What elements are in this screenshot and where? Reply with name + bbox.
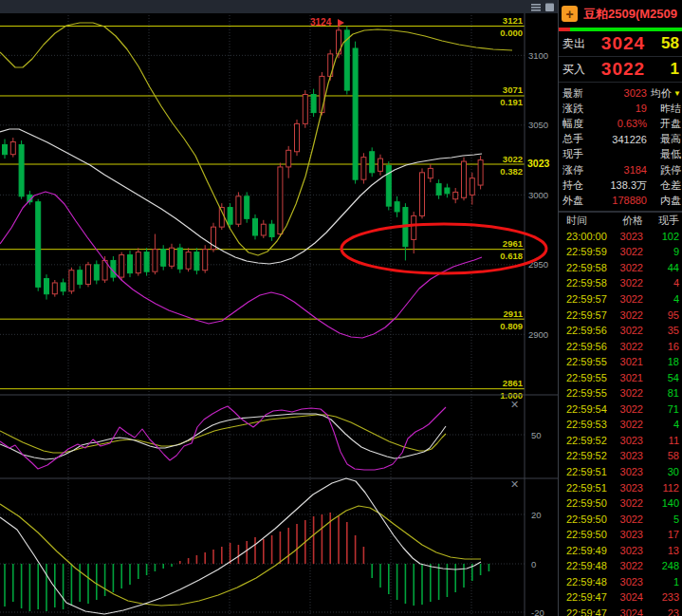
- instrument-title: 豆粕2509(M2509: [583, 6, 677, 23]
- tape-time: 22:59:50: [566, 529, 616, 540]
- tape-row: 22:59:57302295: [559, 307, 682, 323]
- tape-price: 3024: [616, 591, 649, 603]
- instrument-stats: 最新3023均价 ▼涨跌19昨结幅度0.63%开盘总手341226最高现手最低涨…: [559, 83, 682, 211]
- tape-price: 3023: [616, 576, 649, 588]
- tape-volume: 102: [649, 231, 679, 242]
- candle-body: [462, 161, 467, 197]
- tape-volume: 112: [649, 482, 679, 494]
- tape-row: 22:59:55302281: [559, 385, 682, 401]
- tape-volume: 140: [649, 497, 679, 509]
- tape-time: 22:59:52: [566, 435, 616, 446]
- candle-body: [295, 123, 300, 151]
- tape-price: 3022: [616, 293, 649, 305]
- current-price-axis-label: 3023: [527, 158, 550, 169]
- stat-label: 涨跌: [562, 102, 593, 116]
- stat-value: 341226: [593, 134, 647, 145]
- panel-square-icon[interactable]: [545, 4, 554, 12]
- stat-value: 3023: [593, 87, 647, 99]
- tape-volume: 71: [649, 403, 679, 415]
- close-kdj-pane-button[interactable]: ✕: [510, 399, 519, 410]
- tape-time: 22:59:48: [566, 576, 616, 588]
- tape-volume: 233: [649, 591, 679, 603]
- tape-volume: 44: [649, 262, 679, 273]
- tape-volume: 13: [649, 545, 679, 556]
- stat-row: 最新3023均价 ▼: [562, 85, 682, 101]
- tape-volume: 11: [649, 435, 679, 446]
- tape-row: 22:59:4830231: [559, 574, 682, 590]
- tape-row: 22:59:5930229: [559, 244, 682, 260]
- tape-price: 3023: [616, 231, 649, 242]
- close-macd-pane-button[interactable]: ✕: [510, 478, 519, 490]
- tape-time: 22:59:58: [566, 277, 616, 289]
- candle-body: [428, 168, 433, 177]
- tape-price: 3022: [616, 277, 649, 289]
- stat-row: 涨停3184跌停: [562, 162, 682, 177]
- price-axis-label: 3100: [528, 50, 548, 61]
- candle-body: [36, 202, 41, 288]
- add-instrument-button[interactable]: +: [562, 6, 578, 22]
- fib-ratio-label: 0.000: [500, 28, 523, 38]
- tape-time: 22:59:48: [566, 560, 616, 571]
- candle-body: [378, 159, 383, 171]
- tape-row: 22:59:56302235: [559, 323, 682, 339]
- candle-body: [420, 173, 425, 216]
- candle-body: [236, 196, 241, 224]
- candle-body: [136, 252, 140, 273]
- tape-row: 22:59:5330224: [559, 417, 682, 433]
- candle-body: [19, 144, 24, 196]
- tape-volume: 58: [649, 450, 679, 461]
- stat-label2: 昨结: [647, 102, 682, 116]
- tape-time: 22:59:52: [566, 450, 616, 461]
- stat-label: 总手: [562, 132, 593, 146]
- tape-header-price: 价格: [616, 214, 649, 228]
- trading-app-window: 3100305030002950290031210.00030710.19130…: [0, 0, 682, 616]
- tape-time: 22:59:51: [566, 466, 616, 477]
- time-and-sales-list[interactable]: 23:00:00302310222:59:593022922:59:583022…: [559, 229, 682, 616]
- stat-row: 持仓138.3万仓差: [562, 177, 682, 193]
- candle-body: [395, 202, 399, 212]
- tape-volume: 16: [649, 341, 679, 352]
- fib-ratio-label: 0.191: [500, 97, 523, 107]
- chart-area[interactable]: 3100305030002950290031210.00030710.19130…: [0, 0, 558, 616]
- list-lines-icon[interactable]: [531, 4, 541, 6]
- candle-body: [386, 165, 391, 206]
- tape-time: 22:59:51: [566, 482, 616, 494]
- tape-row: 22:59:55302118: [559, 354, 682, 370]
- tape-volume: 5: [649, 513, 679, 525]
- fib-ratio-label: 0.809: [500, 321, 523, 331]
- list-lines-icon[interactable]: [531, 7, 541, 9]
- tape-price: 3022: [616, 341, 649, 352]
- candle-body: [45, 279, 49, 294]
- fib-ratio-label: 0.382: [500, 166, 523, 177]
- candle-body: [52, 283, 57, 294]
- tape-row: 22:59:5730224: [559, 291, 682, 308]
- candle-body: [153, 250, 157, 272]
- stat-row: 总手341226最高: [562, 132, 682, 147]
- tape-row: 22:59:503022140: [559, 495, 682, 512]
- avg-price-down-arrow-icon[interactable]: ▼: [672, 89, 681, 98]
- tape-price: 3022: [616, 419, 649, 430]
- fib-price-label: 2961: [503, 238, 524, 249]
- candle-body: [161, 250, 166, 267]
- tape-volume: 95: [649, 309, 679, 321]
- bid-row[interactable]: 买入 3022 1: [559, 57, 682, 83]
- tape-volume: 23: [649, 607, 679, 616]
- tape-volume: 17: [649, 529, 679, 540]
- candle-body: [436, 184, 441, 196]
- candle-body: [353, 48, 358, 179]
- tape-price: 3022: [616, 325, 649, 336]
- tape-row: 23:00:003023102: [559, 229, 682, 245]
- candle-body: [412, 215, 416, 239]
- tape-price: 3022: [616, 403, 649, 415]
- buy-sell-ratio-bar: [559, 28, 682, 31]
- stat-label2: 内盘: [647, 194, 682, 208]
- tape-row: 22:59:54302271: [559, 401, 682, 418]
- bid-price: 3022: [590, 59, 656, 80]
- tape-time: 22:59:55: [566, 372, 616, 383]
- list-lines-icon[interactable]: [531, 9, 541, 11]
- ask-row[interactable]: 卖出 3024 58: [559, 31, 682, 57]
- tape-time: 22:59:56: [566, 341, 616, 352]
- tape-time: 22:59:57: [566, 293, 616, 305]
- stat-label: 持仓: [562, 178, 593, 193]
- candle-body: [303, 95, 307, 124]
